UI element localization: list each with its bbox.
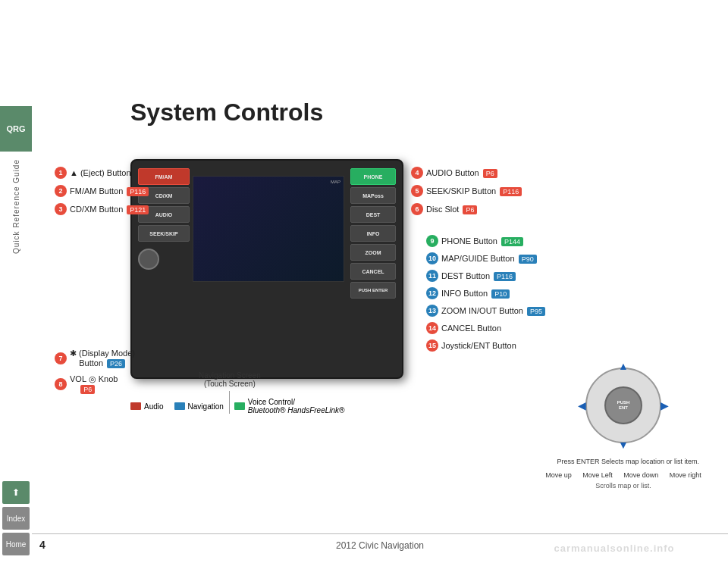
label-link-12: P10 [491,289,510,299]
left-labels: 1 ▲ (Eject) Button 2 FM/AM Button P116 3… [55,167,149,221]
label-link-9: P144 [501,237,523,246]
press-enter-text: Press ENTER Selects map location or list… [557,458,699,465]
legend-audio: Audio [130,398,164,414]
label-text-10: MAP/GUIDE Button P90 [441,254,537,264]
radio-right-buttons: PHONE MAPoss DEST INFO ZOOM CANCEL PUSH … [350,168,396,299]
sidebar-index-button[interactable]: Index [2,507,30,530]
press-enter-note: Press ENTER Selects map location or list… [540,458,699,465]
label-link-7: P26 [107,359,125,368]
legend-audio-label: Audio [144,402,164,411]
label-num-15: 15 [426,339,438,352]
radio-unit: FM/AM CD/XM AUDIO SEEK/SKIP MAP PHONE MA… [130,159,403,379]
label-num-10: 10 [426,252,438,264]
label-text-13: ZOOM IN/OUT Button P95 [441,306,545,316]
arrow-left-icon: ◀ [578,399,586,411]
label-num-5: 5 [411,185,423,197]
label-num-6: 6 [411,203,423,215]
legend-nav-label: Navigation [188,402,224,411]
seekskip-button[interactable]: SEEK/SKIP [138,225,190,242]
label-text-4: AUDIO Button P6 [426,168,497,178]
label-link-4: P6 [483,169,497,178]
label-text-14: CANCEL Button [441,324,501,333]
label-text-8: VOL ◎ Knob P6 [70,374,118,394]
arrow-up-icon: ▲ [618,360,629,372]
label-link-8: P6 [80,385,95,394]
move-up-label: Move up [545,471,572,479]
footer-text: 2012 Civic Navigation [336,540,424,551]
sidebar-guide-label: Quick Reference Guide [12,159,20,254]
move-left-label: Move Left [582,471,613,479]
scroll-text: Scrolls map or list. [540,482,707,489]
legend-voice: Voice Control/Bluetooth® HandsFreeLink® [234,398,345,414]
sidebar-home-button[interactable]: Home [2,533,30,555]
label-num-8: 8 [55,378,67,390]
cancel-button[interactable]: CANCEL [350,263,396,280]
legend-audio-box [130,402,141,410]
label-text-2: FM/AM Button P116 [70,186,149,196]
bottom-labels: 7 ✱ (Display Mode) Button P26 8 VOL ◎ Kn… [55,349,135,400]
label-num-14: 14 [426,322,438,334]
label-link-6: P6 [463,205,477,214]
sidebar-arrow-button[interactable]: ⬆ [2,481,30,504]
label-text-11: DEST Button P116 [441,271,516,281]
index-label: Index [7,515,25,523]
watermark-text: carmanualsonline.info [554,543,675,554]
arrow-icon: ⬆ [12,487,20,498]
phone-button[interactable]: PHONE [350,168,396,185]
joystick-center[interactable]: PUSHENT [604,386,642,424]
joystick-outer: ▲ ▼ ◀ ▶ PUSHENT [585,368,661,443]
label-link-2: P116 [127,187,149,196]
zoom-button[interactable]: ZOOM [350,244,396,261]
sidebar: QRG Quick Reference Guide ⬆ Index Home [0,0,32,563]
label-num-7: 7 [55,352,67,364]
move-right-label: Move right [670,471,701,479]
label-num-3: 3 [55,203,67,215]
enter-button[interactable]: PUSH ENTER [350,282,396,299]
move-down-label: Move down [623,471,658,479]
label-link-11: P116 [494,272,516,281]
watermark-area: carmanualsonline.info [500,533,728,563]
dest-button[interactable]: DEST [350,206,396,223]
legend-voice-box [234,402,245,410]
arrow-down-icon: ▼ [618,439,629,451]
vol-knob[interactable] [138,249,159,270]
label-text-6: Disc Slot P6 [426,205,477,214]
label-link-13: P95 [527,307,545,316]
label-link-10: P90 [519,255,537,264]
mapos-button[interactable]: MAPoss [350,187,396,204]
label-text-1: ▲ (Eject) Button [70,168,131,177]
label-text-3: CD/XM Button P121 [70,205,149,214]
main-content: System Controls FM/AM CD/XM AUDIO SEEK/S… [32,0,728,563]
page-title: System Controls [130,99,323,127]
joystick-diagram: ▲ ▼ ◀ ▶ PUSHENT Press ENTER Selects map … [540,356,707,489]
arrow-right-icon: ▶ [661,399,669,411]
label-link-5: P116 [500,187,522,196]
label-num-4: 4 [411,167,423,179]
legend-navigation: Navigation [174,398,224,414]
nav-screen-label-text: Navigation Screen(Touch Screen) [199,371,261,388]
label-num-9: 9 [426,235,438,247]
label-num-13: 13 [426,305,438,317]
diagram-area: FM/AM CD/XM AUDIO SEEK/SKIP MAP PHONE MA… [55,129,714,493]
label-num-11: 11 [426,270,438,282]
sidebar-qrg-button[interactable]: QRG [0,106,32,152]
radio-screen[interactable]: MAP [193,176,344,282]
label-num-2: 2 [55,185,67,197]
label-text-9: PHONE Button P144 [441,236,523,246]
label-text-12: INFO Button P10 [441,289,510,299]
joystick-direction-labels: Move up Move Left Move down Move right [540,471,707,479]
home-label: Home [6,540,27,549]
label-num-12: 12 [426,287,438,299]
info-button[interactable]: INFO [350,225,396,242]
label-num-1: 1 [55,167,67,179]
label-text-5: SEEK/SKIP Button P116 [426,186,522,196]
legend-nav-box [174,402,185,410]
sidebar-nav-buttons: ⬆ Index Home [2,481,30,555]
qrg-label: QRG [6,124,25,133]
label-text-7: ✱ (Display Mode) Button P26 [70,349,135,368]
label-link-3: P121 [127,205,149,214]
joystick-center-label: PUSHENT [617,400,630,411]
label-text-15: Joystick/ENT Button [441,341,516,350]
legend: Audio Navigation Voice Control/Bluetooth… [130,398,344,414]
legend-voice-label: Voice Control/Bluetooth® HandsFreeLink® [248,398,345,414]
